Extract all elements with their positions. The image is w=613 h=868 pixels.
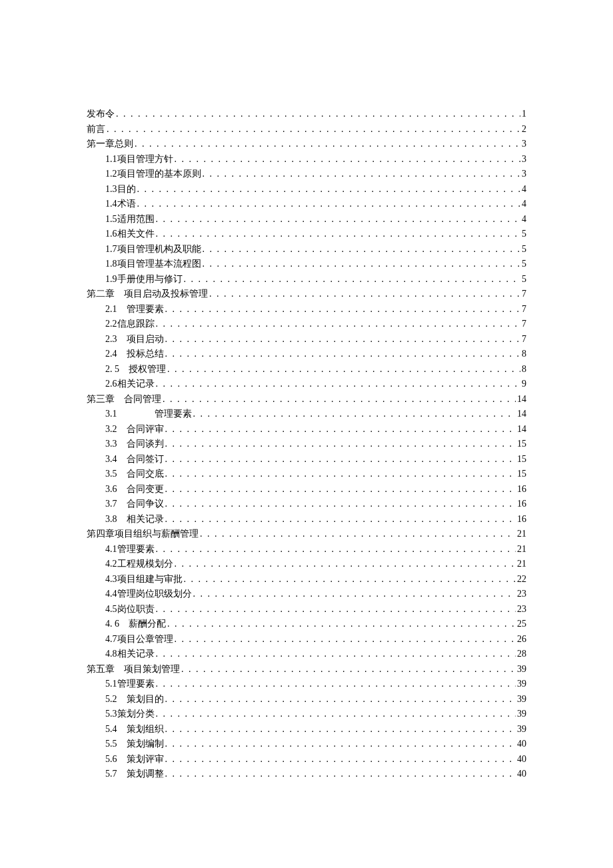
toc-entry-label: 1.2项目管理的基本原则 — [105, 167, 201, 182]
toc-leader-dots: . . . . . . . . . . . . . . . . . . . . … — [116, 107, 520, 122]
toc-entry-label: 5.7 策划调整 — [105, 767, 164, 782]
toc-entry-page: 28 — [517, 647, 526, 662]
toc-entry[interactable]: 3.5 合同交底. . . . . . . . . . . . . . . . … — [87, 467, 526, 482]
toc-leader-dots: . . . . . . . . . . . . . . . . . . . . … — [156, 707, 516, 722]
toc-entry[interactable]: 第四章项目组织与薪酬管理. . . . . . . . . . . . . . … — [87, 527, 526, 542]
toc-entry[interactable]: 4.3项目组建与审批. . . . . . . . . . . . . . . … — [87, 572, 526, 587]
toc-entry[interactable]: 4.5岗位职责. . . . . . . . . . . . . . . . .… — [87, 602, 526, 617]
toc-entry[interactable]: 1.3目的. . . . . . . . . . . . . . . . . .… — [87, 182, 526, 197]
toc-entry-label: 1.8项目管理基本流程图 — [105, 257, 201, 272]
toc-entry[interactable]: 3.1 管理要素. . . . . . . . . . . . . . . . … — [87, 407, 526, 422]
toc-entry[interactable]: 1.5适用范围. . . . . . . . . . . . . . . . .… — [87, 212, 526, 227]
toc-leader-dots: . . . . . . . . . . . . . . . . . . . . … — [193, 587, 516, 602]
toc-entry-page: 5 — [522, 257, 526, 272]
toc-entry[interactable]: 4.1管理要素. . . . . . . . . . . . . . . . .… — [87, 542, 526, 557]
toc-entry[interactable]: 5.5 策划编制. . . . . . . . . . . . . . . . … — [87, 737, 526, 752]
toc-entry[interactable]: 2.1 管理要素. . . . . . . . . . . . . . . . … — [87, 302, 526, 317]
toc-entry[interactable]: 第三章 合同管理. . . . . . . . . . . . . . . . … — [87, 392, 526, 407]
toc-entry[interactable]: 5.2 策划目的. . . . . . . . . . . . . . . . … — [87, 692, 526, 707]
toc-entry-label: 4.8相关记录 — [105, 647, 155, 662]
toc-entry-page: 22 — [517, 572, 526, 587]
toc-entry-label: 4.3项目组建与审批 — [105, 572, 183, 587]
toc-entry[interactable]: 1.9手册使用与修订. . . . . . . . . . . . . . . … — [87, 272, 526, 287]
toc-leader-dots: . . . . . . . . . . . . . . . . . . . . … — [165, 497, 516, 512]
toc-leader-dots: . . . . . . . . . . . . . . . . . . . . … — [156, 542, 516, 557]
toc-entry-page: 39 — [517, 677, 526, 692]
toc-entry-label: 2.3 项目启动 — [105, 332, 164, 347]
toc-entry[interactable]: 3.2 合同评审. . . . . . . . . . . . . . . . … — [87, 422, 526, 437]
toc-entry[interactable]: 5.7 策划调整. . . . . . . . . . . . . . . . … — [87, 767, 526, 782]
toc-entry-page: 7 — [522, 317, 526, 332]
toc-entry[interactable]: 1.8项目管理基本流程图. . . . . . . . . . . . . . … — [87, 257, 526, 272]
toc-entry[interactable]: 5.1管理要素. . . . . . . . . . . . . . . . .… — [87, 677, 526, 692]
toc-entry[interactable]: 2.4 投标总结. . . . . . . . . . . . . . . . … — [87, 347, 526, 362]
toc-entry[interactable]: 1.2项目管理的基本原则. . . . . . . . . . . . . . … — [87, 167, 526, 182]
toc-entry-label: 第一章总则 — [87, 137, 133, 152]
toc-entry-page: 23 — [517, 602, 526, 617]
toc-entry[interactable]: 2. 5 授权管理. . . . . . . . . . . . . . . .… — [87, 362, 526, 377]
toc-leader-dots: . . . . . . . . . . . . . . . . . . . . … — [165, 302, 521, 317]
toc-entry[interactable]: 2.6相关记录. . . . . . . . . . . . . . . . .… — [87, 377, 526, 392]
toc-entry[interactable]: 2.2信息跟踪. . . . . . . . . . . . . . . . .… — [87, 317, 526, 332]
toc-entry-page: 4 — [522, 212, 526, 227]
toc-leader-dots: . . . . . . . . . . . . . . . . . . . . … — [167, 362, 520, 377]
toc-leader-dots: . . . . . . . . . . . . . . . . . . . . … — [165, 422, 516, 437]
toc-entry[interactable]: 5.3策划分类. . . . . . . . . . . . . . . . .… — [87, 707, 526, 722]
toc-entry-page: 40 — [517, 767, 526, 782]
toc-entry[interactable]: 3.6 合同变更. . . . . . . . . . . . . . . . … — [87, 482, 526, 497]
toc-entry-page: 7 — [522, 302, 526, 317]
toc-entry[interactable]: 3.8 相关记录. . . . . . . . . . . . . . . . … — [87, 512, 526, 527]
toc-entry-label: 3.8 相关记录 — [105, 512, 164, 527]
toc-entry-label: 2.6相关记录 — [105, 377, 155, 392]
toc-entry-label: 第三章 合同管理 — [87, 392, 161, 407]
toc-entry[interactable]: 5.6 策划评审. . . . . . . . . . . . . . . . … — [87, 752, 526, 767]
toc-entry[interactable]: 第五章 项目策划管理. . . . . . . . . . . . . . . … — [87, 662, 526, 677]
toc-leader-dots: . . . . . . . . . . . . . . . . . . . . … — [175, 152, 521, 167]
toc-leader-dots: . . . . . . . . . . . . . . . . . . . . … — [165, 437, 516, 452]
toc-leader-dots: . . . . . . . . . . . . . . . . . . . . … — [203, 167, 521, 182]
toc-leader-dots: . . . . . . . . . . . . . . . . . . . . … — [203, 242, 521, 257]
toc-leader-dots: . . . . . . . . . . . . . . . . . . . . … — [184, 272, 521, 287]
toc-entry[interactable]: 3.7 合同争议. . . . . . . . . . . . . . . . … — [87, 497, 526, 512]
toc-entry-label: 1.6相关文件 — [105, 227, 155, 242]
toc-entry[interactable]: 发布令. . . . . . . . . . . . . . . . . . .… — [87, 107, 526, 122]
toc-leader-dots: . . . . . . . . . . . . . . . . . . . . … — [137, 197, 521, 212]
toc-entry-label: 4. 6 薪酬分配 — [105, 617, 166, 632]
toc-entry[interactable]: 第二章 项目启动及投标管理. . . . . . . . . . . . . .… — [87, 287, 526, 302]
toc-entry[interactable]: 1.6相关文件. . . . . . . . . . . . . . . . .… — [87, 227, 526, 242]
toc-entry[interactable]: 4.7项目公章管理. . . . . . . . . . . . . . . .… — [87, 632, 526, 647]
toc-entry-label: 第二章 项目启动及投标管理 — [87, 287, 208, 302]
toc-entry[interactable]: 4.4管理岗位职级划分. . . . . . . . . . . . . . .… — [87, 587, 526, 602]
toc-entry-label: 2.1 管理要素 — [105, 302, 164, 317]
toc-entry[interactable]: 4.2工程规模划分. . . . . . . . . . . . . . . .… — [87, 557, 526, 572]
toc-leader-dots: . . . . . . . . . . . . . . . . . . . . … — [193, 407, 516, 422]
toc-entry-page: 9 — [522, 377, 526, 392]
toc-entry-page: 5 — [522, 272, 526, 287]
toc-entry-label: 5.2 策划目的 — [105, 692, 164, 707]
toc-entry-label: 1.3目的 — [105, 182, 136, 197]
toc-entry-page: 4 — [522, 182, 526, 197]
toc-entry[interactable]: 1.1项目管理方针. . . . . . . . . . . . . . . .… — [87, 152, 526, 167]
toc-entry[interactable]: 3.3 合同谈判. . . . . . . . . . . . . . . . … — [87, 437, 526, 452]
toc-entry[interactable]: 前言. . . . . . . . . . . . . . . . . . . … — [87, 122, 526, 137]
toc-entry[interactable]: 4.8相关记录. . . . . . . . . . . . . . . . .… — [87, 647, 526, 662]
toc-entry[interactable]: 4. 6 薪酬分配. . . . . . . . . . . . . . . .… — [87, 617, 526, 632]
toc-entry[interactable]: 第一章总则. . . . . . . . . . . . . . . . . .… — [87, 137, 526, 152]
toc-leader-dots: . . . . . . . . . . . . . . . . . . . . … — [156, 227, 521, 242]
toc-entry[interactable]: 1.7项目管理机构及职能. . . . . . . . . . . . . . … — [87, 242, 526, 257]
toc-leader-dots: . . . . . . . . . . . . . . . . . . . . … — [165, 737, 516, 752]
toc-entry[interactable]: 5.4 策划组织. . . . . . . . . . . . . . . . … — [87, 722, 526, 737]
toc-entry-page: 3 — [522, 152, 526, 167]
toc-entry[interactable]: 3.4 合同签订. . . . . . . . . . . . . . . . … — [87, 452, 526, 467]
toc-entry-label: 4.2工程规模划分 — [105, 557, 173, 572]
toc-entry[interactable]: 1.4术语. . . . . . . . . . . . . . . . . .… — [87, 197, 526, 212]
toc-entry-page: 15 — [517, 452, 526, 467]
toc-entry-page: 14 — [517, 422, 526, 437]
toc-entry-label: 4.4管理岗位职级划分 — [105, 587, 192, 602]
toc-entry[interactable]: 2.3 项目启动. . . . . . . . . . . . . . . . … — [87, 332, 526, 347]
toc-entry-page: 39 — [517, 722, 526, 737]
toc-entry-label: 5.6 策划评审 — [105, 752, 164, 767]
toc-entry-label: 4.7项目公章管理 — [105, 632, 173, 647]
toc-entry-page: 1 — [522, 107, 526, 122]
toc-entry-label: 2.2信息跟踪 — [105, 317, 155, 332]
